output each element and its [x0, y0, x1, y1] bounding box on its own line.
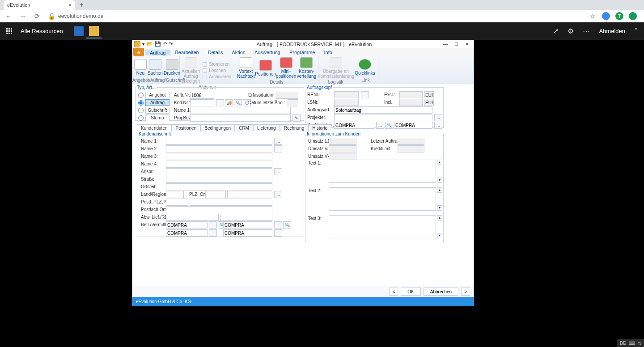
projbez-edit-icon[interactable]: ✎: [292, 114, 301, 122]
url-text[interactable]: eevolutiondemo.de: [58, 13, 103, 19]
qat-redo-icon[interactable]: ↷: [169, 41, 173, 47]
radio-storno[interactable]: Storno: [138, 114, 169, 121]
ribbon-btn-minipos[interactable]: Mini-positionen: [276, 57, 296, 79]
ka-land-input[interactable]: [166, 191, 184, 198]
taskbar-app-active[interactable]: [86, 24, 102, 38]
next-record-button[interactable]: >: [461, 288, 470, 296]
ribbon-tab-auswertung[interactable]: Auswertung: [250, 50, 285, 55]
ka-name2-input[interactable]: [166, 145, 272, 152]
projekte-lookup-button[interactable]: …: [434, 114, 442, 121]
sach2-lookup-button[interactable]: …: [434, 122, 442, 129]
knd-nr-input[interactable]: [190, 99, 214, 106]
name1-input[interactable]: [190, 107, 291, 114]
ok-button[interactable]: OK: [401, 288, 420, 296]
radio-angebot[interactable]: Angebot: [138, 92, 169, 98]
qat-open-icon[interactable]: 📂: [147, 41, 153, 47]
ribbon-btn-positionen[interactable]: Positionen: [256, 60, 275, 76]
browser-tab[interactable]: eEvolution ×: [4, 0, 75, 10]
ka-postfplz-input[interactable]: [166, 199, 188, 206]
qat-save-icon[interactable]: 💾: [155, 41, 161, 47]
text2-down-icon[interactable]: ▾: [437, 205, 442, 211]
back-icon[interactable]: ←: [4, 13, 13, 20]
extension-icon-2[interactable]: [629, 12, 637, 20]
ka-betr1-input[interactable]: [166, 221, 208, 229]
keyboard-icon[interactable]: ⌨: [629, 341, 635, 346]
ribbon-tab-info[interactable]: Info: [319, 50, 336, 55]
text1-down-icon[interactable]: ▾: [437, 178, 442, 183]
ka-betr3-input[interactable]: [166, 229, 208, 237]
window-titlebar[interactable]: ▾ 📂 💾 ↶ ↷ Auftrag - [ FOODTRUCKSERVICE, …: [132, 40, 474, 48]
knd-binoculars-icon[interactable]: 🔍: [234, 99, 242, 106]
ka-abwlief-input[interactable]: [166, 214, 219, 221]
language-tray[interactable]: DE ⌨ ⇅: [617, 339, 644, 347]
ribbon-btn-suchen[interactable]: Suchen: [148, 59, 163, 76]
minimize-button[interactable]: —: [441, 41, 450, 47]
ribbon-tab-details[interactable]: Details: [203, 50, 228, 55]
ik-text3-area[interactable]: [329, 215, 436, 238]
ribbon-tab-bearbeiten[interactable]: Bearbeiten: [170, 50, 203, 55]
close-tab-icon[interactable]: ×: [69, 2, 72, 8]
new-tab-button[interactable]: +: [75, 1, 88, 9]
sachbearbeiter2-input[interactable]: [394, 122, 432, 129]
ka-name2-lookup[interactable]: …: [274, 145, 282, 152]
text3-down-icon[interactable]: ▾: [437, 233, 442, 238]
ka-plz-input[interactable]: [205, 191, 226, 198]
apps-grid-icon[interactable]: [6, 28, 13, 34]
ka-betr2-input[interactable]: [223, 221, 272, 229]
avatar-icon[interactable]: T: [615, 12, 623, 20]
projbez-input[interactable]: [190, 114, 291, 122]
ik-text1-area[interactable]: [329, 160, 436, 183]
text3-up-icon[interactable]: ▴: [437, 215, 442, 220]
tab-positionen[interactable]: Positionen: [172, 124, 201, 131]
more-icon[interactable]: ⋯: [583, 27, 590, 35]
ka-postfachort-input[interactable]: [166, 206, 272, 213]
ribbon-tab-programme[interactable]: Programme: [285, 50, 319, 55]
projekte-select[interactable]: [334, 114, 432, 121]
tab-lieferung[interactable]: Lieferung: [253, 124, 280, 131]
ribbon-btn-vortext[interactable]: Vortext Nachtext: [237, 57, 255, 79]
ka-ort-input[interactable]: [227, 191, 272, 198]
ka-name1-input[interactable]: [166, 138, 272, 145]
ka-name1-lookup[interactable]: …: [274, 138, 282, 145]
tab-bedingungen[interactable]: Bedingungen: [200, 124, 235, 131]
ka-postfnr-input[interactable]: [190, 199, 272, 206]
radio-auftrag[interactable]: Auftrag: [138, 99, 169, 106]
ik-text2-area[interactable]: [329, 187, 436, 211]
sach-lookup-button[interactable]: …: [376, 122, 384, 129]
ka-ortsteil-input[interactable]: [166, 183, 272, 190]
close-button[interactable]: ✕: [462, 41, 472, 47]
ribbon-btn-neu[interactable]: Neu: [134, 59, 147, 76]
text1-up-icon[interactable]: ▴: [437, 160, 442, 165]
auftr-nr-input[interactable]: [190, 92, 214, 99]
ka-betr4-input[interactable]: [223, 229, 272, 237]
reload-icon[interactable]: ⟳: [33, 13, 41, 20]
forward-icon[interactable]: →: [19, 13, 27, 20]
tab-crm[interactable]: CRM: [235, 124, 253, 131]
ka-betr4-lookup[interactable]: …: [274, 229, 282, 237]
ka-betr3-lookup[interactable]: …: [209, 229, 217, 237]
ka-abwre-input[interactable]: [220, 214, 272, 221]
cancel-button[interactable]: Abbrechen: [424, 288, 458, 296]
sach-binoculars-icon[interactable]: 🔍: [385, 122, 393, 129]
gear-icon[interactable]: ⚙: [568, 27, 574, 35]
tab-historie[interactable]: Historie: [308, 124, 331, 131]
text2-up-icon[interactable]: ▴: [437, 187, 442, 193]
prev-record-button[interactable]: <: [389, 288, 398, 296]
ribbon-btn-drucken[interactable]: Drucken: [164, 59, 180, 76]
fullscreen-icon[interactable]: ⤢: [553, 27, 559, 35]
ribbon-btn-kosten[interactable]: Kosten-verteilung: [297, 57, 316, 79]
radio-gutschrift[interactable]: Gutschrift: [138, 107, 169, 114]
ribbon-tab-aktion[interactable]: Aktion: [227, 50, 250, 55]
taskbar-app-1[interactable]: [71, 24, 86, 38]
ka-name4-input[interactable]: [166, 161, 272, 168]
ribbon-tab-auftrag[interactable]: Auftrag: [145, 50, 170, 55]
chevron-up-icon[interactable]: ˄: [634, 27, 638, 35]
sachbearbeiter-input[interactable]: [334, 122, 374, 129]
knd-truck-icon[interactable]: 🚚: [225, 99, 233, 106]
maximize-button[interactable]: ☐: [451, 41, 461, 47]
app-menu-orb[interactable]: e: [133, 48, 144, 56]
renr-lookup-button[interactable]: …: [361, 91, 369, 98]
tab-rechnung[interactable]: Rechnung: [280, 124, 309, 131]
ka-betr2-binoculars-icon[interactable]: 🔍: [283, 221, 291, 229]
ka-anspr-input[interactable]: [166, 168, 272, 175]
